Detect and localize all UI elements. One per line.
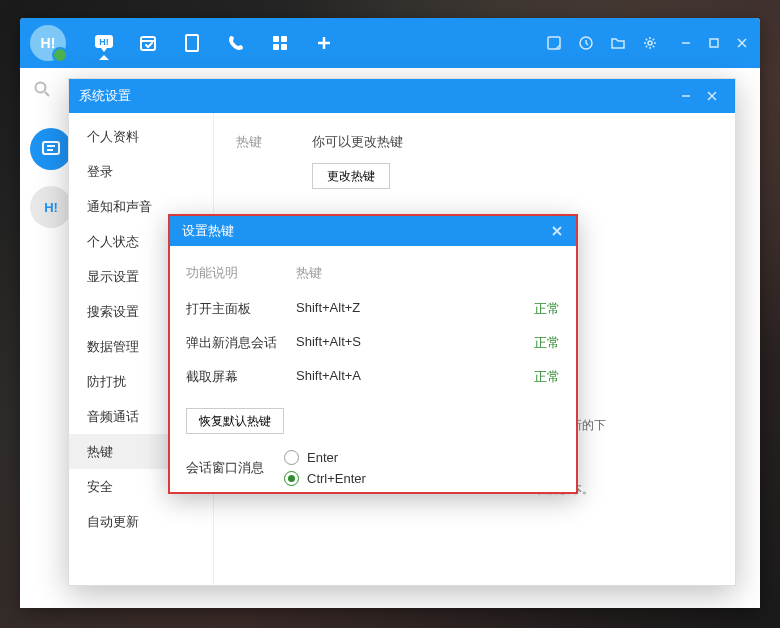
hotkey-func: 打开主面板: [186, 300, 296, 318]
svg-rect-4: [273, 36, 279, 42]
contact-item[interactable]: H!: [30, 186, 72, 228]
tab-calendar-icon[interactable]: [126, 18, 170, 68]
svg-rect-6: [273, 44, 279, 50]
section-desc: 你可以更改热键: [312, 133, 403, 151]
svg-point-12: [36, 83, 46, 93]
hotkey-key: Shift+Alt+Z: [296, 300, 466, 318]
hotkey-close-button[interactable]: [546, 220, 568, 242]
nav-item-profile[interactable]: 个人资料: [69, 119, 213, 154]
header-key: 热键: [296, 264, 466, 282]
svg-text:H!: H!: [99, 37, 109, 47]
avatar-label: H!: [41, 35, 56, 51]
settings-dialog-titlebar: 系统设置: [69, 79, 735, 113]
radio-enter[interactable]: [284, 450, 299, 465]
tab-notes-icon[interactable]: [170, 18, 214, 68]
settings-minimize-button[interactable]: [673, 83, 699, 109]
send-message-radio-group: 会话窗口消息 Enter Ctrl+Enter: [186, 446, 560, 490]
svg-rect-3: [186, 35, 198, 51]
settings-dialog-title: 系统设置: [79, 87, 131, 105]
svg-rect-7: [281, 44, 287, 50]
settings-close-button[interactable]: [699, 83, 725, 109]
hotkey-dialog-titlebar: 设置热键: [170, 216, 576, 246]
hotkey-row[interactable]: 打开主面板 Shift+Alt+Z 正常: [186, 292, 560, 326]
svg-point-10: [648, 41, 652, 45]
minimize-button[interactable]: [672, 18, 700, 68]
hotkey-status: 正常: [466, 334, 560, 352]
gear-icon[interactable]: [634, 18, 666, 68]
nav-item-login[interactable]: 登录: [69, 154, 213, 189]
history-icon[interactable]: [570, 18, 602, 68]
hotkey-func: 截取屏幕: [186, 368, 296, 386]
svg-rect-5: [281, 36, 287, 42]
hotkey-key: Shift+Alt+S: [296, 334, 466, 352]
titlebar-tabs: H!: [82, 18, 346, 68]
main-titlebar: H! H!: [20, 18, 760, 68]
hotkey-status: 正常: [466, 368, 560, 386]
hotkey-status: 正常: [466, 300, 560, 318]
tab-add-icon[interactable]: [302, 18, 346, 68]
titlebar-right-icons: [538, 18, 666, 68]
send-message-label: 会话窗口消息: [186, 459, 264, 477]
hotkey-body: 功能说明 热键 打开主面板 Shift+Alt+Z 正常 弹出新消息会话 Shi…: [170, 246, 576, 500]
hotkey-row[interactable]: 弹出新消息会话 Shift+Alt+S 正常: [186, 326, 560, 360]
tab-call-icon[interactable]: [214, 18, 258, 68]
change-hotkey-button[interactable]: 更改热键: [312, 163, 390, 189]
hotkey-dialog-title: 设置热键: [182, 222, 234, 240]
search-icon[interactable]: [30, 77, 54, 101]
sticky-note-icon[interactable]: [538, 18, 570, 68]
tab-chat-icon[interactable]: H!: [82, 18, 126, 68]
hotkey-table-header: 功能说明 热键: [186, 260, 560, 292]
maximize-button[interactable]: [700, 18, 728, 68]
contact-item[interactable]: [30, 128, 72, 170]
window-controls: [672, 18, 756, 68]
radio-ctrl-enter-label: Ctrl+Enter: [307, 471, 366, 486]
nav-item-update[interactable]: 自动更新: [69, 504, 213, 539]
radio-ctrl-enter[interactable]: [284, 471, 299, 486]
tab-apps-icon[interactable]: [258, 18, 302, 68]
radio-enter-label: Enter: [307, 450, 338, 465]
hotkey-dialog: 设置热键 功能说明 热键 打开主面板 Shift+Alt+Z 正常 弹出新消息会…: [168, 214, 578, 494]
close-button[interactable]: [728, 18, 756, 68]
folder-icon[interactable]: [602, 18, 634, 68]
hotkey-row[interactable]: 截取屏幕 Shift+Alt+A 正常: [186, 360, 560, 394]
hotkey-key: Shift+Alt+A: [296, 368, 466, 386]
header-func: 功能说明: [186, 264, 296, 282]
hotkey-func: 弹出新消息会话: [186, 334, 296, 352]
restore-default-button[interactable]: 恢复默认热键: [186, 408, 284, 434]
section-label: 热键: [236, 133, 292, 151]
avatar[interactable]: H!: [30, 25, 66, 61]
svg-rect-11: [710, 39, 718, 47]
svg-rect-13: [43, 142, 59, 154]
